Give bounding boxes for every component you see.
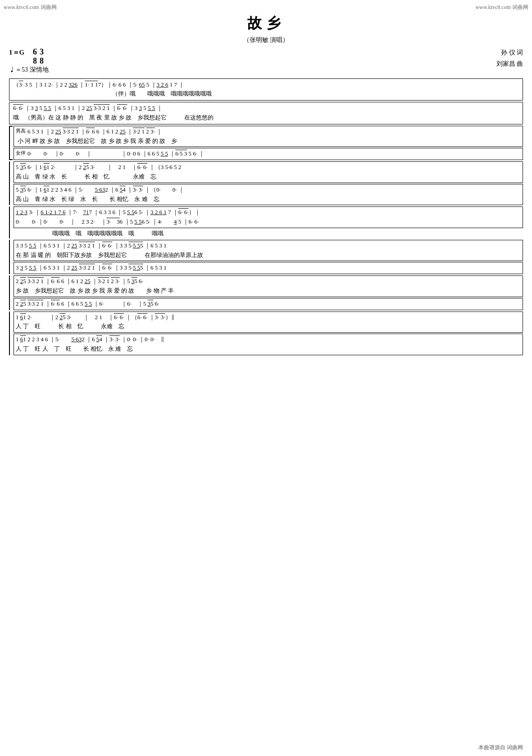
line5-upper-notes: 1 2·3 3· ｜6 1·2 1 7 6 ｜7· 717 ｜6 3 3 6 ｜…	[16, 208, 521, 217]
bracket-symbol3	[9, 206, 13, 238]
watermark-right: www.ktvc8.com 词曲网	[475, 4, 528, 11]
line8-content: 1 61 2· ｜2 25 3· ｜ 2 1 ｜6· 6· ｜（6· 6· ｜3…	[14, 312, 523, 355]
warm-morning-upper: 3 3 5 5 5 ｜6 5 3 1 ｜2 25 3·3 2 1 ｜6· 6· …	[14, 240, 523, 261]
line7-content: 2 25 3·3 2 1 ｜6· 6 6 ｜6 1 2 25 ｜3·2 1 2 …	[14, 275, 523, 310]
rd-lower-notes: 1 61 2 2 3 4 6 ｜5· 5·632 ｜6 54 ｜3· 3· ｜0…	[16, 335, 521, 344]
line5-bracket: 1 2·3 3· ｜6 1·2 1 7 6 ｜7· 717 ｜6 3 3 6 ｜…	[9, 206, 523, 238]
key-signature: 1＝G 68 38	[9, 47, 49, 66]
xg-upper-lyrics: 乡 故 乡我想起它 故 乡 故 乡 我 亲 爱 的 故 乡 物 产 丰	[16, 286, 521, 296]
line7-bracket: 2 25 3·3 2 1 ｜6· 6 6 ｜6 1 2 25 ｜3·2 1 2 …	[9, 275, 523, 310]
wm-lower-notes: 3 3 5 5 5 ｜6 5 3 1 ｜2 25 3·3 2 1 ｜6· 6· …	[16, 263, 521, 273]
gsq-lower-notes: 5 35 6· ｜1 61 2 2 3 4 6 ｜5· 5·632 ｜6 54 …	[16, 185, 521, 195]
line4-content: 5 35 6· ｜1 61 2· ｜2 25 3· ｜ 2 1 ｜6· 6· ｜…	[14, 161, 523, 205]
tempo: ♩＝53 深情地	[9, 66, 49, 74]
intro-line: （3· 3 5 ｜3 1 2· ｜2 2 326 ｜1· 1 17）｜6· 6 …	[9, 78, 523, 101]
line8-bracket: 1 61 2· ｜2 25 3· ｜ 2 1 ｜6· 6· ｜（6· 6· ｜3…	[9, 312, 523, 355]
gaoshanqing-lower: 5 35 6· ｜1 61 2 2 3 4 6 ｜5· 5·632 ｜6 54 …	[14, 184, 523, 206]
line5-content: 1 2·3 3· ｜6 1·2 1 7 6 ｜7· 717 ｜6 3 3 6 ｜…	[14, 206, 523, 238]
song-title: 故乡	[9, 14, 523, 33]
bracket-symbol6	[9, 312, 13, 355]
rending-upper: 1 61 2· ｜2 25 3· ｜ 2 1 ｜6· 6· ｜（6· 6· ｜3…	[14, 312, 523, 333]
bracket-symbol5	[9, 275, 13, 310]
wm-upper-lyrics: 在 那 温 暖 的 朝阳下故乡故 乡我想起它 在那绿油油的草原上故	[16, 251, 521, 260]
page: www.ktvc8.com 词曲网 www.ktvc8.com 词曲网 故乡 （…	[0, 0, 532, 756]
composer-info: 孙 仪 词 刘家昌 曲	[496, 47, 523, 69]
bottom-note: 本曲谱源自 词曲网	[478, 744, 523, 751]
key-label: 1＝G	[9, 49, 31, 56]
bracket-symbol4	[9, 240, 13, 274]
male-high-lyrics1: 小 河 畔 故 乡 故 乡我想起它 故 乡 故 乡 我 亲 爱 的 故 乡	[16, 137, 521, 146]
bracket-symbol	[9, 126, 13, 160]
female-notes1: 女伴 0· 0· ｜0· 0· ｜ ｜0· 0 6 ｜6 6 5 5 5 ｜6·…	[16, 149, 521, 159]
xg-lower-notes: 2 25 3·3 2 1 ｜6· 6 6 ｜6 6 5 5 5 ｜6· ｜6· …	[16, 299, 521, 309]
wm-upper-notes: 3 3 5 5 5 ｜6 5 3 1 ｜2 25 3·3 2 1 ｜6· 6· …	[16, 241, 521, 251]
xiang-gu-upper: 2 25 3·3 2 1 ｜6· 6 6 ｜6 1 2 25 ｜3·2 1 2 …	[14, 275, 523, 297]
male-high-notes1: 男高 6 5 3 1 ｜2 25 3·3 2 1 ｜6· 6 6 ｜6 1 2 …	[16, 127, 521, 137]
intro-notes: （3· 3 5 ｜3 1 2· ｜2 2 326 ｜1· 1 17）｜6· 6 …	[13, 80, 519, 90]
lyricist: 刘家昌 曲	[496, 58, 523, 69]
line2: 6· 6· ｜3 3 5 5 5 ｜6 5 3 1 ｜2 25 3·3 2 1 …	[9, 102, 523, 124]
song-subtitle: （张明敏 演唱）	[9, 36, 523, 44]
male-high-section: 男高 6 5 3 1 ｜2 25 3·3 2 1 ｜6· 6 6 ｜6 1 2 …	[14, 126, 523, 147]
header-info: 1＝G 68 38 ♩＝53 深情地 孙 仪 词 刘家昌 曲	[9, 47, 523, 77]
line3-content: 男高 6 5 3 1 ｜2 25 3·3 2 1 ｜6· 6 6 ｜6 1 2 …	[14, 126, 523, 160]
line5-upper-lyrics: 0· 0· ｜0· 0· ｜ 2 3 2· ｜3· 36 ｜5 5 56 5· …	[16, 217, 521, 227]
time-sig: 68 38	[33, 48, 44, 66]
watermark-left: www.ktvc8.com 词曲网	[4, 4, 57, 11]
line6-bracket: 3 3 5 5 5 ｜6 5 3 1 ｜2 25 3·3 2 1 ｜6· 6· …	[9, 240, 523, 274]
rd-upper-notes: 1 61 2· ｜2 25 3· ｜ 2 1 ｜6· 6· ｜（6· 6· ｜3…	[16, 313, 521, 322]
xiang-gu-lower: 2 25 3·3 2 1 ｜6· 6 6 ｜6 6 5 5 5 ｜6· ｜6· …	[14, 298, 523, 310]
bracket-symbol2	[9, 161, 13, 205]
line3-bracket: 男高 6 5 3 1 ｜2 25 3·3 2 1 ｜6· 6 6 ｜6 1 2 …	[9, 126, 523, 160]
gsq-upper-lyrics: 高 山 青 绿 水 长 长 相 忆 永难 忘	[16, 172, 521, 182]
rd-lower-lyrics: 人 丁 旺 人 丁 旺 长 相忆 永 难 忘	[16, 344, 521, 354]
intro-lyrics: （伴）哦 哦哦哦 哦哦哦哦哦哦哦	[13, 89, 519, 99]
line4-bracket: 5 35 6· ｜1 61 2· ｜2 25 3· ｜ 2 1 ｜6· 6· ｜…	[9, 161, 523, 205]
key-tempo: 1＝G 68 38 ♩＝53 深情地	[9, 47, 49, 77]
male-high-rows: 男高 6 5 3 1 ｜2 25 3·3 2 1 ｜6· 6 6 ｜6 1 2 …	[16, 127, 521, 146]
warm-morning-lower: 3 3 5 5 5 ｜6 5 3 1 ｜2 25 3·3 2 1 ｜6· 6· …	[14, 262, 523, 274]
music-content: （3· 3 5 ｜3 1 2· ｜2 2 326 ｜1· 1 17）｜6· 6 …	[9, 78, 523, 355]
line2-lyrics: 哦 （男高）在 这 静 静 的 黑 夜 里 故 乡 故 乡我想起它 在这悠悠的	[13, 113, 519, 123]
line6-content: 3 3 5 5 5 ｜6 5 3 1 ｜2 25 3·3 2 1 ｜6· 6· …	[14, 240, 523, 274]
composer: 孙 仪 词	[496, 47, 523, 58]
line5-lower-lyrics: 哦哦哦 哦 哦哦哦哦哦哦 哦 哦哦	[14, 229, 523, 238]
xg-upper-notes: 2 25 3·3 2 1 ｜6· 6 6 ｜6 1 2 25 ｜3·2 1 2 …	[16, 277, 521, 286]
line2-notes: 6· 6· ｜3 3 5 5 5 ｜6 5 3 1 ｜2 25 3·3 2 1 …	[13, 104, 519, 113]
female-part-section: 女伴 0· 0· ｜0· 0· ｜ ｜0· 0 6 ｜6 6 5 5 5 ｜6·…	[14, 148, 523, 160]
gsq-lower-lyrics: 高 山 青 绿 水 长 绿 水 长 长 相忆 永 难 忘	[16, 195, 521, 204]
gaoshanqing-upper: 5 35 6· ｜1 61 2· ｜2 25 3· ｜ 2 1 ｜6· 6· ｜…	[14, 161, 523, 183]
rd-upper-lyrics: 人 丁 旺 长 相 忆 永难 忘	[16, 322, 521, 331]
gsq-upper-notes: 5 35 6· ｜1 61 2· ｜2 25 3· ｜ 2 1 ｜6· 6· ｜…	[16, 163, 521, 172]
line5-upper: 1 2·3 3· ｜6 1·2 1 7 6 ｜7· 717 ｜6 3 3 6 ｜…	[14, 206, 523, 228]
rending-lower: 1 61 2 2 3 4 6 ｜5· 5·632 ｜6 54 ｜3· 3· ｜0…	[14, 334, 523, 355]
